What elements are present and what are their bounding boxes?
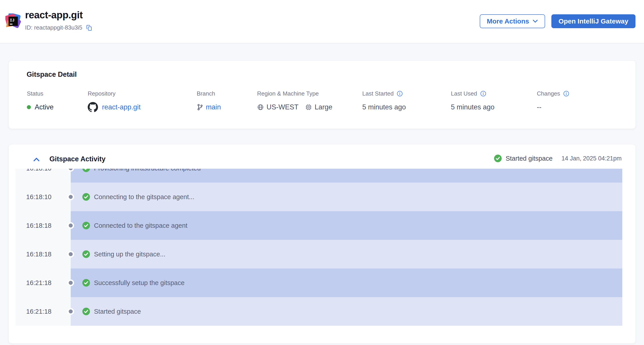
timeline-dot-icon xyxy=(69,281,73,285)
activity-row-time: 16:18:18 xyxy=(16,211,71,240)
region-group: US-WEST xyxy=(257,103,298,111)
last-used-label: Last Used xyxy=(451,90,477,97)
field-region-machine: Region & Machine Type US-WEST Large xyxy=(257,90,332,112)
activity-row-time: 16:18:10 xyxy=(16,169,71,182)
more-actions-label: More Actions xyxy=(487,18,529,25)
activity-row: 16:18:18 Setting up the gitspace... xyxy=(16,240,622,268)
copy-icon[interactable] xyxy=(86,24,93,31)
activity-row: 16:18:10 Provisioning infrastructure com… xyxy=(16,169,622,182)
info-icon[interactable] xyxy=(563,90,569,97)
svg-text:IJ: IJ xyxy=(10,18,14,22)
field-last-used: Last Used 5 minutes ago xyxy=(451,90,494,112)
activity-status-label: Started gitspace xyxy=(506,155,553,162)
activity-row-message: Provisioning infrastructure completed xyxy=(94,169,201,172)
branch-link[interactable]: main xyxy=(206,103,221,111)
title-block: react-app.git ID: reactappgit-83u3i5 xyxy=(25,10,93,31)
check-circle-icon xyxy=(82,169,90,172)
info-icon[interactable] xyxy=(397,90,403,97)
repository-link[interactable]: react-app.git xyxy=(102,103,140,111)
field-changes: Changes -- xyxy=(537,90,569,112)
machine-type-value: Large xyxy=(314,103,332,111)
git-branch-icon xyxy=(197,104,204,110)
activity-row-message: Setting up the gitspace... xyxy=(94,250,165,258)
github-icon xyxy=(88,102,98,112)
activity-row-message: Successfully setup the gitspace xyxy=(94,279,184,286)
activity-status-badge: Started gitspace 14 Jan, 2025 04:21pm xyxy=(494,154,622,162)
check-circle-icon xyxy=(82,222,90,229)
status-active-dot-icon xyxy=(27,105,31,109)
gitspace-activity-card: Gitspace Activity Started gitspace 14 Ja… xyxy=(8,144,636,344)
check-circle-icon xyxy=(494,154,502,162)
globe-icon xyxy=(257,104,264,110)
status-value: Active xyxy=(35,103,54,111)
timeline-dot-icon xyxy=(69,310,73,314)
info-icon[interactable] xyxy=(480,90,486,97)
activity-row: 16:21:18 Successfully setup the gitspace xyxy=(16,268,622,297)
branch-label: Branch xyxy=(197,90,221,97)
header-actions: More Actions Open IntelliJ Gateway xyxy=(480,14,636,28)
timeline-dot-icon xyxy=(69,195,73,199)
activity-row: 16:18:10 Connecting to the gitspace agen… xyxy=(16,182,622,211)
more-actions-button[interactable]: More Actions xyxy=(480,14,545,28)
region-value: US-WEST xyxy=(266,103,298,111)
check-circle-icon xyxy=(82,308,90,315)
activity-timestamp: 14 Jan, 2025 04:21pm xyxy=(562,155,622,162)
field-status: Status Active xyxy=(27,90,54,112)
status-label: Status xyxy=(27,90,54,97)
gitspace-id-text: ID: reactappgit-83u3i5 xyxy=(25,24,82,31)
check-circle-icon xyxy=(82,250,90,258)
activity-row-message: Connecting to the gitspace agent... xyxy=(94,193,194,201)
changes-label: Changes xyxy=(537,90,560,97)
gitspace-detail-card: Gitspace Detail Status Active Repository… xyxy=(8,60,636,129)
last-started-value: 5 minutes ago xyxy=(362,102,406,112)
changes-value: -- xyxy=(537,102,569,112)
activity-row-time: 16:21:18 xyxy=(16,297,71,326)
activity-log-list: 16:18:10 Provisioning infrastructure com… xyxy=(16,169,622,326)
field-last-started: Last Started 5 minutes ago xyxy=(362,90,406,112)
activity-row: 16:18:18 Connected to the gitspace agent xyxy=(16,211,622,240)
activity-row-time: 16:21:18 xyxy=(16,268,71,297)
page-header: IJ react-app.git ID: reactappgit-83u3i5 … xyxy=(0,0,644,44)
last-used-value: 5 minutes ago xyxy=(451,102,494,112)
activity-row: 16:21:18 Started gitspace xyxy=(16,297,622,326)
activity-row-time: 16:18:10 xyxy=(16,182,71,211)
last-started-label: Last Started xyxy=(362,90,394,97)
field-repository: Repository react-app.git xyxy=(88,90,140,112)
activity-log-scroll-area[interactable]: 16:18:10 Provisioning infrastructure com… xyxy=(16,169,622,326)
chevron-down-icon xyxy=(532,20,538,23)
cpu-icon xyxy=(305,104,312,110)
open-gateway-label: Open IntelliJ Gateway xyxy=(558,18,628,25)
field-branch: Branch main xyxy=(197,90,221,112)
timeline-dot-icon xyxy=(69,252,73,256)
page-title: react-app.git xyxy=(25,10,93,20)
repository-label: Repository xyxy=(88,90,140,97)
check-circle-icon xyxy=(82,193,90,201)
machine-group: Large xyxy=(305,103,332,111)
check-circle-icon xyxy=(82,279,90,286)
chevron-up-icon[interactable] xyxy=(33,156,40,163)
region-machine-label: Region & Machine Type xyxy=(257,90,332,97)
activity-row-message: Started gitspace xyxy=(94,308,141,315)
activity-row-time: 16:18:18 xyxy=(16,240,71,268)
intellij-idea-icon: IJ xyxy=(5,14,21,29)
timeline-dot-icon xyxy=(69,224,73,228)
activity-row-message: Connected to the gitspace agent xyxy=(94,222,188,229)
detail-card-title: Gitspace Detail xyxy=(27,70,77,78)
open-intellij-gateway-button[interactable]: Open IntelliJ Gateway xyxy=(551,14,636,28)
activity-title: Gitspace Activity xyxy=(50,155,106,163)
